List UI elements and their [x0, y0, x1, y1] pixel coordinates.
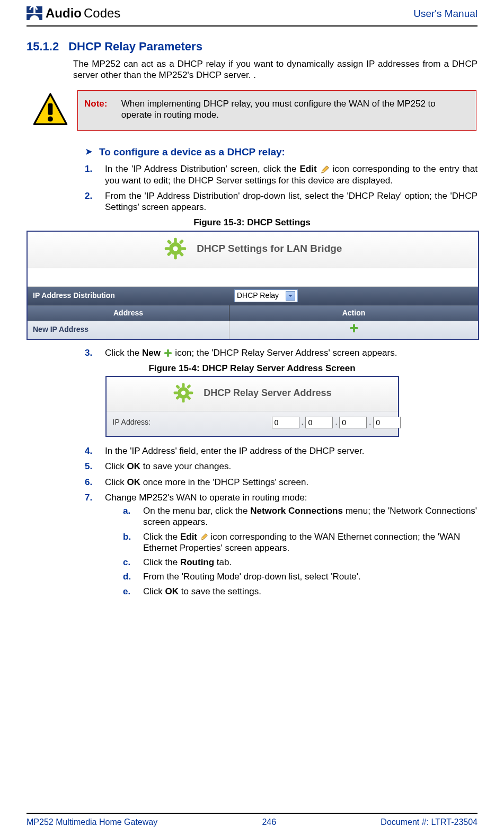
svg-rect-16 — [350, 327, 358, 329]
figure-1-caption: Figure 15-3: DHCP Settings — [26, 217, 478, 228]
step-5-bold: OK — [127, 461, 141, 471]
svg-point-3 — [48, 117, 53, 122]
sub-e-post: to save the settings. — [179, 586, 261, 596]
step-number: 5. — [85, 461, 95, 472]
substep-letter: d. — [123, 571, 134, 582]
col-address: Address — [28, 305, 229, 321]
svg-rect-8 — [174, 254, 177, 259]
svg-rect-23 — [173, 392, 178, 394]
ip-octet-2[interactable] — [305, 417, 333, 428]
step-6: 6. Click OK once more in the 'DHCP Setti… — [85, 477, 478, 488]
ip-octet-1[interactable] — [272, 417, 299, 428]
step-3-post: icon; the 'DHCP Relay Server Address' sc… — [175, 348, 397, 358]
step-1-pre: In the 'IP Address Distribution' screen,… — [105, 164, 300, 174]
svg-point-6 — [173, 246, 178, 251]
step-7: 7. Change MP252's WAN to operate in rout… — [85, 492, 478, 600]
sub-e-pre: Click — [143, 586, 165, 596]
step-number: 1. — [85, 163, 95, 186]
figure-dhcp-relay-address: DHCP Relay Server Address IP Address: . … — [105, 376, 399, 437]
substep-letter: a. — [123, 505, 134, 528]
col-action: Action — [229, 305, 478, 321]
figure-2-caption: Figure 15-4: DHCP Relay Server Address S… — [26, 363, 478, 374]
svg-rect-7 — [174, 238, 177, 242]
edit-pencil-icon — [320, 165, 330, 174]
step-number: 3. — [85, 347, 95, 358]
step-6-pre: Click — [105, 477, 127, 487]
arrow-right-icon: ➤ — [85, 146, 93, 158]
dropdown-selected-value: DHCP Relay — [237, 291, 279, 301]
step-3-bold: New — [142, 348, 161, 358]
section-title: DHCP Relay Parameters — [68, 39, 202, 54]
figure-1-title: DHCP Settings for LAN Bridge — [197, 243, 342, 254]
svg-rect-18 — [164, 352, 171, 354]
new-ip-row: New IP Address — [28, 321, 478, 339]
brand-name-light: Codes — [84, 5, 120, 21]
figure-2-title: DHCP Relay Server Address — [204, 388, 331, 398]
page-footer: MP252 Multimedia Home Gateway 246 Docume… — [26, 813, 478, 828]
svg-rect-21 — [182, 383, 184, 388]
step-3: 3. Click the New icon; the 'DHCP Relay S… — [85, 347, 478, 358]
procedure-title: To configure a device as a DHCP relay: — [99, 146, 285, 159]
ip-distribution-row: IP Address Distribution DHCP Relay — [28, 287, 478, 305]
chevron-down-icon — [286, 291, 295, 301]
svg-rect-27 — [186, 384, 191, 389]
substep-c: c. Click the Routing tab. — [123, 557, 478, 568]
step-number: 2. — [85, 190, 95, 213]
step-number: 6. — [85, 477, 95, 488]
note-body: When implementing DHCP relay, you must c… — [121, 98, 467, 121]
svg-point-20 — [181, 391, 185, 395]
sub-a-pre: On the menu bar, click the — [143, 506, 250, 516]
ip-address-field: . . . — [272, 417, 401, 428]
step-5-pre: Click — [105, 461, 127, 471]
step-2: 2. From the 'IP Address Distribution' dr… — [85, 190, 478, 213]
section-heading: 15.1.2 DHCP Relay Parameters — [26, 39, 478, 54]
new-ip-label: New IP Address — [28, 321, 229, 339]
figure-dhcp-settings: DHCP Settings for LAN Bridge IP Address … — [26, 231, 479, 340]
add-plus-icon — [163, 348, 173, 358]
step-4-body: In the 'IP Address' field, enter the IP … — [105, 445, 478, 456]
svg-rect-24 — [189, 392, 193, 394]
substep-letter: b. — [123, 531, 134, 554]
ip-address-label: IP Address: — [113, 418, 272, 427]
footer-right: Document #: LTRT-23504 — [381, 817, 478, 828]
step-1: 1. In the 'IP Address Distribution' scre… — [85, 163, 478, 186]
ip-distribution-label: IP Address Distribution — [28, 287, 229, 305]
step-6-post: once more in the 'DHCP Settings' screen. — [140, 477, 308, 487]
sub-b-bold: Edit — [180, 532, 197, 542]
page-header: AudioCodes User's Manual — [26, 5, 478, 27]
ip-octet-4[interactable] — [373, 417, 401, 428]
substep-b: b. Click the Edit icon corresponding to … — [123, 531, 478, 554]
table-header-row: Address Action — [28, 305, 478, 321]
sub-b-pre: Click the — [143, 532, 180, 542]
procedure-heading: ➤ To configure a device as a DHCP relay: — [85, 146, 478, 159]
substep-letter: e. — [123, 586, 134, 597]
substep-e: e. Click OK to save the settings. — [123, 586, 478, 597]
step-1-bold: Edit — [300, 164, 317, 174]
step-5: 5. Click OK to save your changes. — [85, 461, 478, 472]
svg-rect-25 — [175, 384, 180, 389]
sub-e-bold: OK — [165, 586, 179, 596]
step-7-body: Change MP252's WAN to operate in routing… — [105, 493, 307, 503]
sub-a-bold: Network Connections — [250, 506, 343, 516]
edit-pencil-icon — [200, 533, 208, 541]
svg-rect-9 — [164, 247, 169, 250]
footer-left: MP252 Multimedia Home Gateway — [26, 817, 157, 828]
svg-rect-22 — [182, 398, 184, 402]
add-plus-icon[interactable] — [349, 323, 359, 333]
ip-dot: . — [299, 418, 306, 427]
brand-name-bold: Audio — [46, 5, 82, 21]
warning-icon — [32, 90, 69, 131]
svg-rect-13 — [179, 239, 184, 244]
svg-rect-10 — [181, 247, 186, 250]
ip-dot: . — [367, 418, 373, 427]
substep-d: d. From the 'Routing Mode' drop-down lis… — [123, 571, 478, 582]
ip-octet-3[interactable] — [339, 417, 367, 428]
ip-distribution-dropdown[interactable]: DHCP Relay — [234, 289, 298, 302]
gear-icon — [173, 382, 194, 403]
footer-page-number: 246 — [262, 817, 276, 828]
gear-icon — [164, 237, 187, 260]
sub-c-pre: Click the — [143, 557, 180, 567]
header-doc-type: User's Manual — [413, 7, 478, 20]
step-number: 4. — [85, 445, 95, 456]
sub-d-body: From the 'Routing Mode' drop-down list, … — [143, 571, 478, 582]
